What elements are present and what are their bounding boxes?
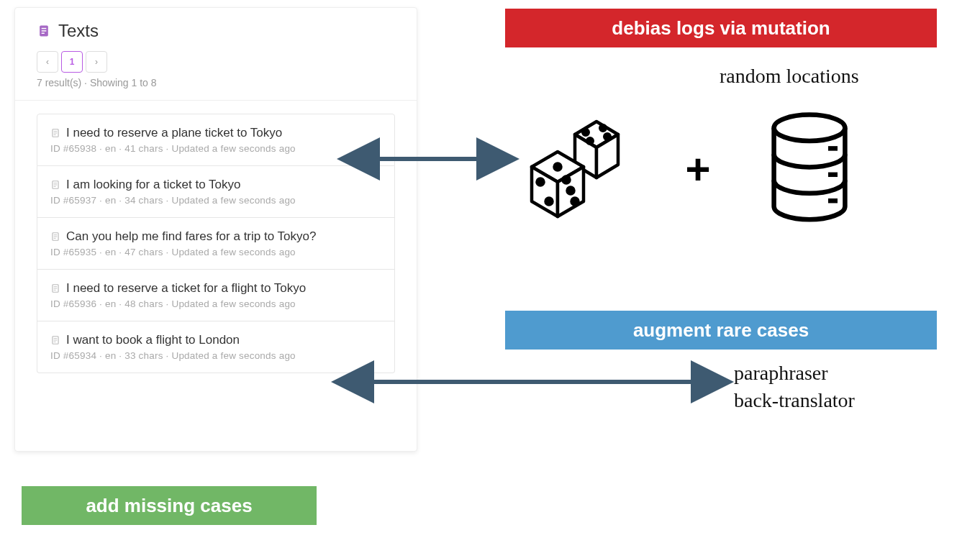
text-list: I need to reserve a plane ticket to Toky…	[15, 101, 417, 373]
document-icon	[50, 180, 60, 190]
document-icon	[50, 335, 60, 345]
svg-point-39	[572, 198, 579, 205]
arrow-debias	[338, 148, 518, 170]
page-icon	[37, 24, 51, 38]
list-item[interactable]: I need to reserve a ticket for a flight …	[37, 270, 395, 321]
augment-line-2: back-translator	[734, 387, 855, 414]
list-item-meta: ID #65938 · en · 41 chars · Updated a fe…	[50, 143, 381, 154]
svg-point-34	[555, 164, 561, 170]
document-icon	[50, 128, 60, 138]
svg-point-28	[600, 125, 606, 131]
banner-debias-label: debias logs via mutation	[612, 17, 830, 40]
svg-point-37	[563, 177, 570, 183]
svg-rect-1	[42, 28, 47, 29]
texts-title-row: Texts	[37, 21, 395, 41]
svg-rect-3	[42, 33, 45, 35]
pager-next-button[interactable]: ›	[86, 51, 107, 73]
list-item-title-row: I am looking for a ticket to Tokyo	[50, 178, 381, 192]
list-item-text: I need to reserve a ticket for a flight …	[66, 281, 306, 296]
list-item[interactable]: I am looking for a ticket to Tokyo ID #6…	[37, 166, 395, 218]
banner-augment: augment rare cases	[505, 311, 937, 350]
banner-augment-label: augment rare cases	[633, 319, 809, 342]
result-summary: 7 result(s) · Showing 1 to 8	[37, 77, 395, 88]
pager: ‹ 1 ›	[37, 51, 395, 73]
list-item-meta: ID #65935 · en · 47 chars · Updated a fe…	[50, 247, 381, 257]
list-item-text: I am looking for a ticket to Tokyo	[66, 178, 241, 192]
svg-point-38	[568, 188, 574, 194]
list-item-text: I need to reserve a plane ticket to Toky…	[66, 126, 282, 140]
svg-point-29	[587, 138, 593, 144]
texts-title: Texts	[58, 21, 99, 41]
dice-icon	[525, 115, 633, 223]
svg-point-40	[774, 115, 845, 141]
list-item-title-row: Can you help me find fares for a trip to…	[50, 229, 381, 244]
random-locations-label: random locations	[720, 65, 859, 88]
svg-point-30	[604, 134, 610, 140]
svg-point-35	[537, 179, 544, 186]
database-icon	[763, 111, 856, 227]
augment-labels: paraphraser back-translator	[734, 360, 855, 414]
document-icon	[50, 232, 60, 242]
banner-debias: debias logs via mutation	[505, 9, 937, 47]
svg-rect-2	[42, 30, 47, 32]
pager-prev-button[interactable]: ‹	[37, 51, 58, 73]
augment-line-1: paraphraser	[734, 360, 855, 387]
banner-add-missing-label: add missing cases	[86, 495, 252, 517]
list-item[interactable]: Can you help me find fares for a trip to…	[37, 218, 395, 270]
arrow-augment	[331, 371, 734, 393]
document-icon	[50, 283, 60, 293]
svg-point-27	[583, 129, 589, 135]
list-item-meta: ID #65934 · en · 33 chars · Updated a fe…	[50, 350, 381, 361]
list-item[interactable]: I want to book a flight to London ID #65…	[37, 321, 395, 373]
list-item-text: Can you help me find fares for a trip to…	[66, 229, 316, 244]
dice-db-group: +	[525, 108, 856, 230]
list-item-meta: ID #65937 · en · 34 chars · Updated a fe…	[50, 195, 381, 206]
list-item-title-row: I need to reserve a ticket for a flight …	[50, 281, 381, 296]
banner-add-missing: add missing cases	[22, 486, 317, 525]
pager-page-1-button[interactable]: 1	[61, 51, 83, 73]
plus-icon: +	[685, 145, 710, 194]
list-item-title-row: I need to reserve a plane ticket to Toky…	[50, 126, 381, 140]
list-item-title-row: I want to book a flight to London	[50, 333, 381, 347]
list-item-text: I want to book a flight to London	[66, 333, 240, 347]
list-item-meta: ID #65936 · en · 48 chars · Updated a fe…	[50, 298, 381, 309]
texts-header: Texts ‹ 1 › 7 result(s) · Showing 1 to 8	[15, 8, 417, 100]
svg-point-36	[546, 198, 553, 205]
